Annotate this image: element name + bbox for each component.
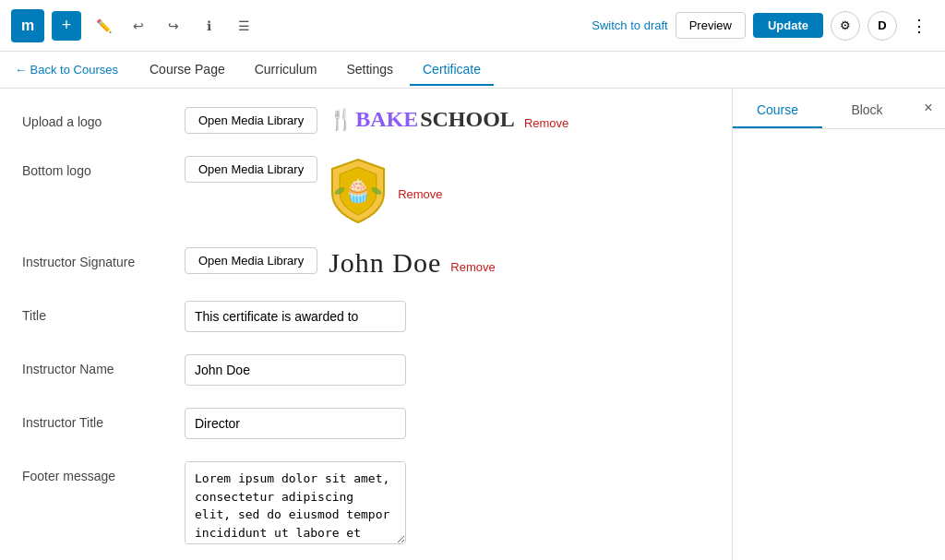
signature-text: John Doe	[329, 247, 441, 279]
tab-curriculum[interactable]: Curriculum	[242, 54, 330, 86]
school-text: SCHOOL	[420, 107, 515, 132]
shield-logo: 🧁	[329, 156, 389, 225]
nav-tabs: ← Back to Courses Course Page Curriculum…	[0, 52, 945, 89]
signature-preview: John Doe Remove	[329, 247, 496, 279]
sidebar-tab-block[interactable]: Block	[822, 93, 912, 128]
more-options-button[interactable]: ⋮	[904, 11, 934, 41]
instructor-signature-label: Instructor Signature	[22, 247, 170, 269]
sidebar-content	[733, 129, 945, 560]
edit-icon[interactable]: ✏️	[89, 11, 118, 41]
instructor-signature-content: Open Media Library John Doe Remove	[185, 247, 710, 279]
upload-logo-content: Open Media Library 🍴 BAKESCHOOL Remove	[185, 107, 710, 134]
title-input[interactable]	[185, 301, 406, 332]
add-block-button[interactable]: +	[52, 11, 81, 41]
d-button[interactable]: D	[867, 11, 897, 41]
update-button[interactable]: Update	[753, 13, 823, 38]
instructor-name-row: Instructor Name	[22, 354, 710, 386]
content-area: Upload a logo Open Media Library 🍴 BAKES…	[0, 89, 733, 560]
footer-message-label: Footer message	[22, 461, 170, 483]
toolbar-icons: ✏️ ↩ ↪ ℹ ☰	[89, 11, 258, 41]
instructor-name-content	[185, 354, 710, 386]
bottom-logo-row: Bottom logo Open Media Library 🧁 Remove	[22, 156, 710, 225]
footer-message-content: Lorem ipsum dolor sit amet, consectetur …	[185, 461, 710, 544]
footer-message-textarea[interactable]: Lorem ipsum dolor sit amet, consectetur …	[185, 461, 406, 544]
preview-button[interactable]: Preview	[676, 12, 746, 39]
instructor-title-content	[185, 408, 710, 439]
list-icon[interactable]: ☰	[229, 11, 258, 41]
svg-text:🧁: 🧁	[344, 177, 372, 204]
top-bar: m + ✏️ ↩ ↪ ℹ ☰ Switch to draft Preview U…	[0, 0, 945, 52]
instructor-name-input[interactable]	[185, 354, 406, 386]
undo-icon[interactable]: ↩	[124, 11, 153, 41]
instructor-title-label: Instructor Title	[22, 408, 170, 430]
title-row: Title	[22, 301, 710, 332]
sidebar-tab-course[interactable]: Course	[733, 93, 822, 128]
open-media-library-button-signature[interactable]: Open Media Library	[185, 247, 317, 274]
right-sidebar: Course Block ×	[733, 89, 945, 560]
sidebar-close-button[interactable]: ×	[912, 91, 945, 125]
bottom-logo-preview: 🧁 Remove	[329, 156, 442, 225]
settings-gear-button[interactable]: ⚙	[831, 11, 860, 41]
tab-settings[interactable]: Settings	[333, 54, 406, 86]
upload-logo-row: Upload a logo Open Media Library 🍴 BAKES…	[22, 107, 710, 134]
info-icon[interactable]: ℹ	[194, 11, 223, 41]
open-media-library-button-logo[interactable]: Open Media Library	[185, 107, 317, 134]
chef-hat-icon: 🍴	[329, 108, 353, 132]
main-layout: Upload a logo Open Media Library 🍴 BAKES…	[0, 89, 945, 560]
switch-to-draft-button[interactable]: Switch to draft	[592, 18, 667, 32]
instructor-name-label: Instructor Name	[22, 354, 170, 376]
open-media-library-button-bottom-logo[interactable]: Open Media Library	[185, 156, 317, 183]
title-content	[185, 301, 710, 332]
footer-message-row: Footer message Lorem ipsum dolor sit ame…	[22, 461, 710, 544]
title-label: Title	[22, 301, 170, 323]
back-to-courses-link[interactable]: ← Back to Courses	[15, 63, 118, 77]
tab-course-page[interactable]: Course Page	[137, 54, 238, 86]
remove-logo-link[interactable]: Remove	[524, 109, 568, 130]
redo-icon[interactable]: ↪	[159, 11, 188, 41]
instructor-title-input[interactable]	[185, 408, 406, 439]
bake-text: BAKE	[355, 107, 418, 132]
remove-signature-link[interactable]: Remove	[450, 253, 495, 274]
instructor-signature-row: Instructor Signature Open Media Library …	[22, 247, 710, 279]
instructor-title-row: Instructor Title	[22, 408, 710, 439]
logo-preview-area: 🍴 BAKESCHOOL Remove	[329, 107, 568, 132]
bottom-logo-content: Open Media Library 🧁 Remove	[185, 156, 710, 225]
bakeschool-logo: 🍴 BAKESCHOOL	[329, 107, 515, 132]
sidebar-tabs: Course Block ×	[733, 89, 945, 129]
upload-logo-label: Upload a logo	[22, 107, 170, 129]
remove-bottom-logo-link[interactable]: Remove	[398, 180, 442, 201]
app-logo: m	[11, 9, 44, 42]
tab-certificate[interactable]: Certificate	[410, 54, 494, 86]
top-right-actions: Switch to draft Preview Update ⚙ D ⋮	[592, 11, 934, 41]
bottom-logo-label: Bottom logo	[22, 156, 170, 178]
